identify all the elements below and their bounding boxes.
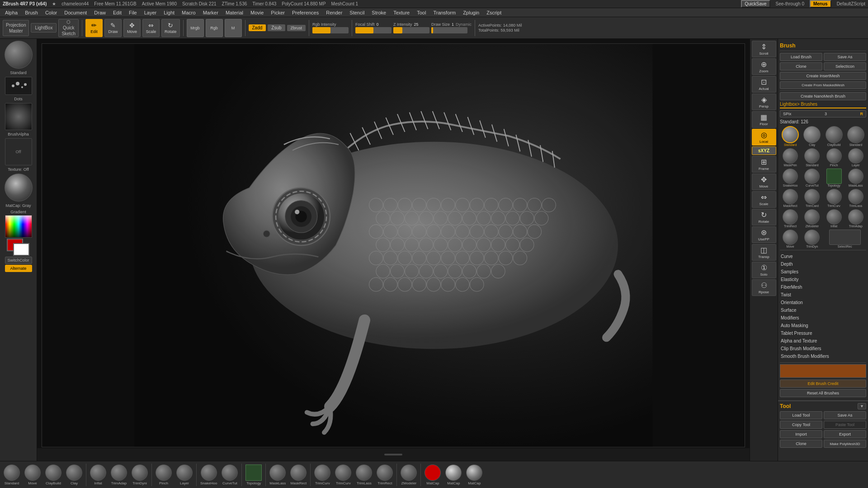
shelf-matcap3[interactable]: MatCap	[464, 464, 484, 486]
brush-pinch[interactable]: Pinch	[824, 148, 844, 167]
shelf-snakehoo[interactable]: SnakeHoo	[198, 464, 219, 486]
move-button[interactable]: ✥ Move	[123, 19, 141, 37]
create-nanomesh-button[interactable]: Create NanoMesh Brush	[780, 92, 866, 100]
scale-button[interactable]: ⇔ Scale	[142, 19, 160, 37]
canvas-area[interactable]	[37, 39, 750, 461]
menu-color[interactable]: Color	[42, 9, 60, 16]
matcap-preview[interactable]	[5, 174, 33, 202]
menu-alpha[interactable]: Alpha	[2, 9, 21, 16]
tablet-pressure-item[interactable]: Tablet Pressure	[780, 329, 866, 337]
shelf-trimlasso[interactable]: TrimLass	[354, 464, 374, 486]
export-button[interactable]: Export	[824, 430, 866, 438]
brush-topology[interactable]: Topology	[824, 169, 844, 187]
save-as-brush-button[interactable]: Save As	[824, 53, 866, 61]
brush-standard3[interactable]: Standard	[802, 148, 822, 167]
select-icon-button[interactable]: SelectIcon	[824, 62, 866, 70]
menu-draw[interactable]: Draw	[91, 9, 109, 16]
modifiers-item[interactable]: Modifiers	[780, 314, 866, 322]
twist-item[interactable]: Twist	[780, 291, 866, 299]
z-intensity-slider[interactable]	[393, 27, 429, 33]
orientation-item[interactable]: Orientation	[780, 299, 866, 306]
menu-zplugin[interactable]: Zplugin	[460, 9, 482, 16]
background-swatch[interactable]	[13, 243, 29, 256]
move-side-button[interactable]: ✥ Move	[752, 174, 776, 190]
load-tool-button[interactable]: Load Tool	[780, 411, 822, 419]
menu-macro[interactable]: Macro	[179, 9, 199, 16]
brush-clay[interactable]: Clay	[802, 126, 822, 146]
brush-maskpen[interactable]: MaskPen	[780, 148, 801, 167]
brush-curvetut[interactable]: CurveTut	[802, 169, 822, 187]
shelf-zmodeler[interactable]: ZModeler	[399, 464, 419, 486]
menu-marker[interactable]: Marker	[200, 9, 222, 16]
shelf-matcap1[interactable]: MatCap	[423, 464, 443, 486]
quicksave-button[interactable]: QuickSave	[741, 0, 770, 8]
shelf-matcap2[interactable]: MatCap	[443, 464, 463, 486]
edit-button[interactable]: ✏ Edit	[85, 19, 103, 37]
shelf-maskrect[interactable]: MaskRect	[288, 464, 308, 486]
draw-button[interactable]: ✎ Draw	[104, 19, 122, 37]
alpha-texture-item[interactable]: Alpha and Texture	[780, 337, 866, 345]
shelf-standard[interactable]: Standard	[2, 464, 22, 486]
samples-item[interactable]: Samples	[780, 268, 866, 276]
brush-trimrect[interactable]: TrimRect	[780, 209, 801, 228]
load-brush-button[interactable]: Load Brush	[780, 53, 822, 61]
create-insert-mesh-button[interactable]: Create InsertMesh	[780, 72, 866, 80]
dots-preview[interactable]	[5, 77, 32, 95]
rotate-button[interactable]: ↻ Rotate	[161, 19, 180, 37]
shelf-trimrect[interactable]: TrimRect	[375, 464, 395, 486]
brush-trimdyn[interactable]: TrimDyn	[802, 230, 822, 248]
menu-brush[interactable]: Brush	[22, 9, 41, 16]
projection-master-button[interactable]: ProjectionMaster	[3, 20, 29, 36]
shelf-pinch[interactable]: Pinch	[154, 464, 174, 486]
m-button[interactable]: M	[225, 19, 242, 37]
brush-claybuild[interactable]: ClayBuild	[824, 126, 844, 146]
shelf-claybuild[interactable]: ClayBuild	[43, 464, 63, 486]
actual-button[interactable]: ⊡ Actual	[752, 76, 776, 93]
texture-preview[interactable]: Off	[5, 138, 32, 165]
shelf-layer[interactable]: Layer	[175, 464, 194, 486]
sxyz-button[interactable]: sXYZ	[752, 146, 776, 155]
menu-layer[interactable]: Layer	[141, 9, 160, 16]
shelf-topology[interactable]: Topology	[244, 464, 264, 486]
menu-tool[interactable]: Tool	[414, 9, 429, 16]
brush-trimcard[interactable]: TrimCard	[802, 189, 822, 207]
menu-material[interactable]: Material	[222, 9, 246, 16]
menu-texture[interactable]: Texture	[390, 9, 413, 16]
alternate-button[interactable]: Alternate	[5, 265, 32, 272]
draw-size-slider[interactable]	[431, 27, 467, 33]
brush-trimadap[interactable]: TrimAdap	[845, 209, 866, 228]
menus-button[interactable]: Menus	[810, 0, 831, 8]
auto-masking-item[interactable]: Auto Masking	[780, 322, 866, 329]
persp-button[interactable]: ◈ Persp	[752, 94, 776, 110]
brush-inflat[interactable]: Inflat	[824, 209, 844, 228]
zsub-button[interactable]: Zsub	[268, 24, 285, 31]
curve-item[interactable]: Curve	[780, 253, 866, 260]
menu-movie[interactable]: Movie	[247, 9, 267, 16]
menu-zscript[interactable]: Zscript	[483, 9, 505, 16]
menu-preferences[interactable]: Preferences	[289, 9, 322, 16]
brush-trimlasso[interactable]: TrimLass	[845, 189, 866, 207]
frame-button[interactable]: ⊞ Frame	[752, 156, 776, 173]
make-polymesh-button[interactable]: Make PolyMesh3D	[824, 440, 866, 448]
scroll-button[interactable]: ⇕ Scroll	[752, 41, 776, 57]
depth-item[interactable]: Depth	[780, 260, 866, 268]
focal-shift-slider[interactable]	[355, 27, 392, 33]
tool-expand-button[interactable]: ▼	[858, 403, 866, 409]
menu-render[interactable]: Render	[323, 9, 345, 16]
viewport[interactable]	[42, 43, 745, 447]
brush-layer[interactable]: Layer	[845, 148, 866, 167]
brush-zmodeler[interactable]: ZModeler	[802, 209, 822, 228]
brush-standard2[interactable]: Standard	[845, 126, 866, 146]
lightbox-button[interactable]: LightBox	[31, 23, 57, 33]
lightbox-brushes-link[interactable]: Lightbox> Brushes	[780, 102, 866, 107]
brush-color-swatch[interactable]	[780, 364, 866, 378]
rotate-side-button[interactable]: ↻ Rotate	[752, 209, 776, 225]
shelf-masklasso[interactable]: MaskLass	[268, 464, 288, 486]
shelf-inflat[interactable]: Inflat	[88, 464, 108, 486]
rgb-intensity-slider[interactable]	[312, 27, 349, 33]
clone-brush-button[interactable]: Clone	[780, 62, 822, 70]
shelf-trimadap[interactable]: TrimAdap	[109, 464, 129, 486]
create-from-masked-button[interactable]: Create From MaskedMesh	[780, 81, 866, 89]
brush-standard[interactable]: Standard	[780, 126, 801, 146]
shelf-clay[interactable]: Clay	[64, 464, 84, 486]
